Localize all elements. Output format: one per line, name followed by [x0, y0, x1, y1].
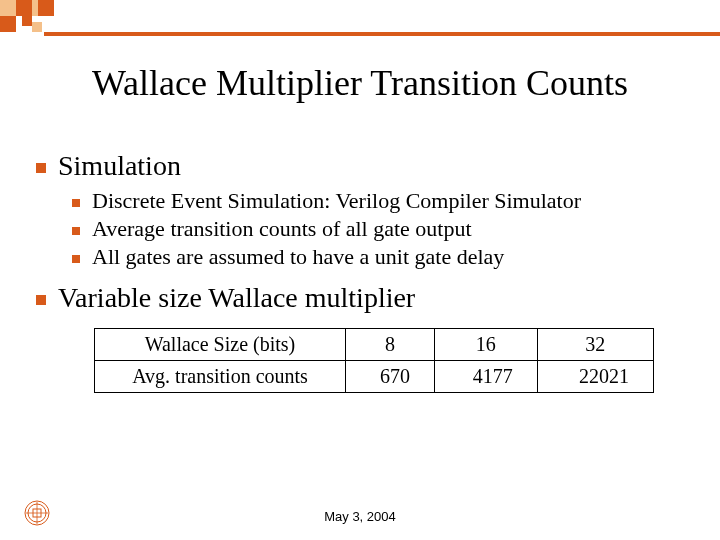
bullet-text: Variable size Wallace multiplier: [58, 282, 415, 314]
table-cell: 22021: [537, 361, 653, 393]
svg-rect-7: [44, 32, 720, 36]
bullet-variable-size: Variable size Wallace multiplier: [36, 282, 684, 314]
bullet-icon: [72, 199, 80, 207]
svg-rect-3: [38, 0, 54, 16]
slide-body: Simulation Discrete Event Simulation: Ve…: [36, 150, 684, 393]
svg-rect-2: [32, 0, 38, 16]
subbullet: All gates are assumed to have a unit gat…: [72, 244, 684, 270]
svg-rect-1: [16, 0, 32, 16]
footer-date: May 3, 2004: [0, 509, 720, 524]
table-row: Wallace Size (bits) 8 16 32: [95, 329, 654, 361]
bullet-text: All gates are assumed to have a unit gat…: [92, 244, 504, 270]
svg-rect-4: [0, 16, 16, 32]
table-row: Avg. transition counts 670 4177 22021: [95, 361, 654, 393]
slide-title: Wallace Multiplier Transition Counts: [0, 62, 720, 104]
transition-table: Wallace Size (bits) 8 16 32 Avg. transit…: [94, 328, 654, 393]
table-header-cell: 16: [434, 329, 537, 361]
table-header-cell: Wallace Size (bits): [95, 329, 346, 361]
table-cell: Avg. transition counts: [95, 361, 346, 393]
slide: Wallace Multiplier Transition Counts Sim…: [0, 0, 720, 540]
subbullet: Average transition counts of all gate ou…: [72, 216, 684, 242]
table-header-cell: 32: [537, 329, 653, 361]
bullet-text: Discrete Event Simulation: Verilog Compi…: [92, 188, 581, 214]
svg-rect-0: [0, 0, 16, 16]
bullet-icon: [36, 295, 46, 305]
svg-rect-5: [22, 16, 32, 26]
bullet-icon: [36, 163, 46, 173]
bullet-text: Average transition counts of all gate ou…: [92, 216, 472, 242]
subbullet: Discrete Event Simulation: Verilog Compi…: [72, 188, 684, 214]
table-cell: 4177: [434, 361, 537, 393]
bullet-text: Simulation: [58, 150, 181, 182]
corner-decor: [0, 0, 720, 42]
table-cell: 670: [346, 361, 435, 393]
svg-rect-6: [32, 22, 42, 32]
table-header-cell: 8: [346, 329, 435, 361]
bullet-icon: [72, 255, 80, 263]
bullet-icon: [72, 227, 80, 235]
bullet-simulation: Simulation: [36, 150, 684, 182]
